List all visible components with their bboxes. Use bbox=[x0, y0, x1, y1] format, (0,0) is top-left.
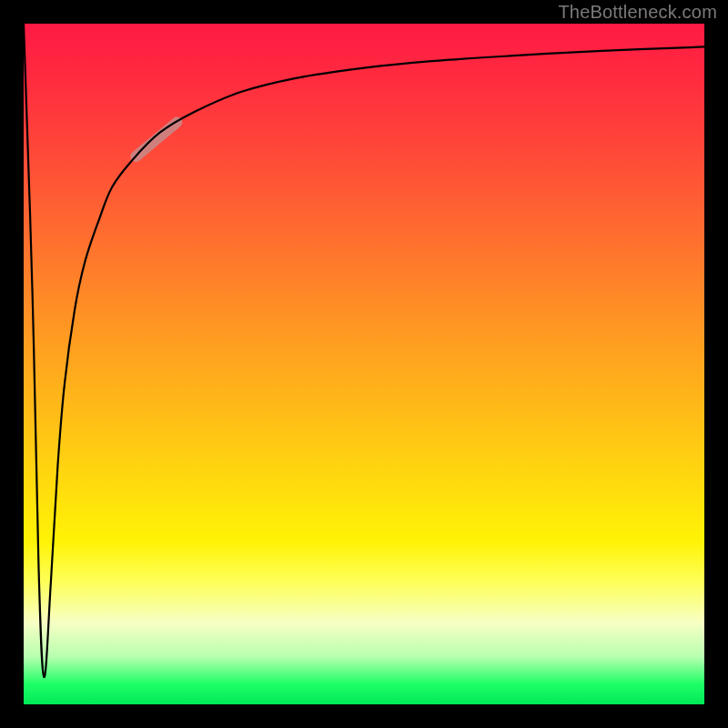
attribution-label: TheBottleneck.com bbox=[558, 2, 717, 23]
bottleneck-curve bbox=[24, 24, 704, 677]
curve-highlight-segment bbox=[136, 123, 177, 157]
chart-svg bbox=[24, 24, 704, 704]
chart-plot-area bbox=[24, 24, 704, 704]
